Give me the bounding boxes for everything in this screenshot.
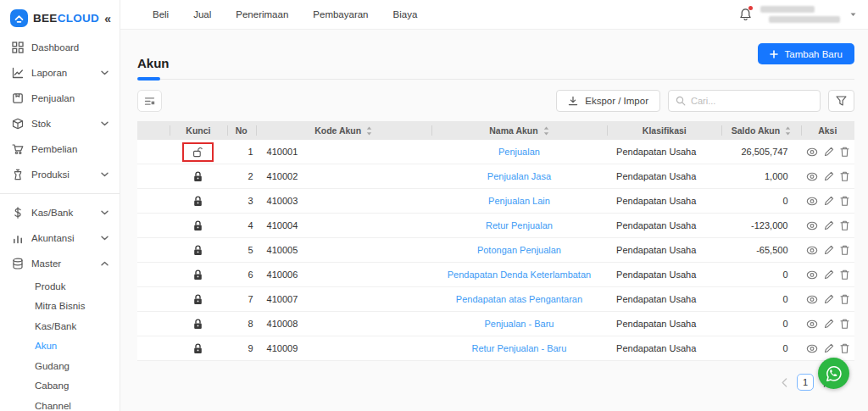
table-row: 9 410009 Retur Penjualan - Baru Pendapat…	[137, 336, 854, 361]
edit-icon[interactable]	[824, 147, 834, 157]
view-icon[interactable]	[806, 147, 818, 157]
pagination: 1	[137, 374, 854, 391]
view-icon[interactable]	[806, 295, 818, 304]
user-account-menu[interactable]	[760, 6, 840, 23]
sidebar-subitem-cabang[interactable]: Cabang	[0, 376, 120, 397]
view-icon[interactable]	[806, 172, 818, 181]
sidebar-item-penjualan[interactable]: Penjualan	[0, 86, 120, 111]
sidebar-item-master[interactable]: Master	[0, 251, 120, 276]
notification-bell-icon[interactable]	[739, 8, 752, 21]
sidebar-item-produksi[interactable]: Produksi	[0, 162, 120, 187]
delete-icon[interactable]	[840, 196, 849, 206]
account-name-link[interactable]: Pendapatan Denda Keterlambatan	[448, 269, 591, 280]
header-kode-akun[interactable]: Kode Akun	[256, 121, 431, 140]
delete-icon[interactable]	[840, 171, 849, 181]
account-name-link[interactable]: Retur Penjualan - Baru	[472, 343, 567, 353]
sidebar-item-akuntansi[interactable]: Akuntansi	[0, 225, 120, 251]
edit-icon[interactable]	[824, 196, 834, 206]
sidebar-item-dashboard[interactable]: Dashboard	[0, 35, 120, 60]
lock-closed-icon[interactable]	[188, 242, 208, 258]
edit-icon[interactable]	[824, 220, 834, 230]
header-kunci: Kunci	[170, 121, 227, 140]
delete-icon[interactable]	[840, 343, 849, 353]
add-new-button[interactable]: Tambah Baru	[758, 43, 854, 64]
delete-icon[interactable]	[840, 294, 849, 304]
sidebar-item-laporan[interactable]: Laporan	[0, 60, 120, 86]
account-name-link[interactable]: Potongan Penjualan	[477, 245, 561, 255]
row-number: 8	[227, 312, 256, 336]
chevron-down-icon	[101, 121, 108, 126]
account-name-link[interactable]: Penjualan	[498, 147, 540, 157]
lock-closed-icon[interactable]	[188, 267, 208, 283]
sidebar-item-stok[interactable]: Stok	[0, 111, 120, 136]
sidebar-subitem-produk[interactable]: Produk	[0, 276, 120, 297]
edit-icon[interactable]	[824, 294, 834, 304]
lock-closed-icon[interactable]	[188, 169, 208, 185]
export-import-button[interactable]: Ekspor / Impor	[556, 90, 660, 112]
delete-icon[interactable]	[840, 319, 849, 329]
plus-icon	[770, 50, 778, 58]
user-company-redacted	[769, 16, 840, 23]
account-name-link[interactable]: Penjualan Lain	[488, 196, 550, 206]
sidebar-subitem-akun[interactable]: Akun	[0, 336, 120, 357]
sidebar-subitem-channel[interactable]: Channel	[0, 396, 120, 411]
row-number: 3	[227, 189, 256, 213]
edit-icon[interactable]	[824, 245, 834, 255]
pagination-page-1[interactable]: 1	[797, 374, 814, 391]
view-icon[interactable]	[806, 319, 818, 329]
topnav-item-beli[interactable]: Beli	[153, 9, 169, 19]
sort-icon[interactable]	[543, 126, 549, 136]
header-nama-akun[interactable]: Nama Akun	[431, 121, 607, 140]
lock-open-icon[interactable]	[182, 142, 214, 162]
topnav-item-pembayaran[interactable]: Pembayaran	[313, 9, 368, 19]
delete-icon[interactable]	[840, 220, 849, 230]
dashboard-grid-icon	[11, 42, 24, 53]
view-icon[interactable]	[806, 197, 818, 206]
chevron-down-icon	[101, 172, 108, 177]
lock-closed-icon[interactable]	[188, 341, 208, 357]
sidebar-collapse-icon[interactable]: «	[104, 12, 111, 25]
edit-icon[interactable]	[824, 269, 834, 280]
view-icon[interactable]	[806, 344, 818, 353]
view-icon[interactable]	[806, 246, 818, 255]
whatsapp-button[interactable]	[818, 358, 849, 389]
account-code: 410009	[256, 336, 431, 360]
edit-icon[interactable]	[824, 171, 834, 181]
search-icon	[676, 96, 686, 106]
account-classification: Pendapatan Usaha	[607, 164, 721, 188]
user-caret-down-icon[interactable]	[850, 13, 856, 17]
account-name-link[interactable]: Retur Penjualan	[486, 220, 553, 230]
sidebar-subitem-gudang[interactable]: Gudang	[0, 356, 120, 376]
sort-icon[interactable]	[366, 126, 372, 136]
account-name-link[interactable]: Penjualan Jasa	[487, 171, 551, 181]
sort-icon[interactable]	[785, 126, 791, 136]
account-classification: Pendapatan Usaha	[607, 287, 721, 311]
delete-icon[interactable]	[840, 245, 849, 255]
header-saldo-akun[interactable]: Saldo Akun	[721, 121, 800, 140]
lock-closed-icon[interactable]	[188, 316, 208, 332]
topnav-item-jual[interactable]: Jual	[193, 9, 211, 19]
lock-closed-icon[interactable]	[188, 193, 208, 209]
topnav-item-biaya[interactable]: Biaya	[393, 9, 418, 19]
pagination-prev-icon[interactable]	[782, 378, 787, 387]
topnav-item-penerimaan[interactable]: Penerimaan	[236, 9, 288, 19]
account-name-link[interactable]: Pendapatan atas Pengantaran	[456, 294, 582, 304]
filter-button[interactable]	[828, 90, 854, 112]
view-icon[interactable]	[806, 221, 818, 230]
lock-closed-icon[interactable]	[188, 292, 208, 308]
sidebar-item-kas-bank[interactable]: Kas/Bank	[0, 200, 120, 225]
edit-icon[interactable]	[824, 343, 834, 353]
delete-icon[interactable]	[840, 269, 849, 280]
sidebar-subitem-kas-bank[interactable]: Kas/Bank	[0, 316, 120, 336]
lock-closed-icon[interactable]	[188, 218, 208, 234]
logo: BEECLOUD «	[0, 0, 120, 35]
edit-icon[interactable]	[824, 319, 834, 329]
account-name-link[interactable]: Penjualan - Baru	[484, 319, 554, 329]
search-input[interactable]	[691, 96, 813, 106]
delete-icon[interactable]	[840, 147, 849, 157]
sidebar-subitem-mitra-bisnis[interactable]: Mitra Bisnis	[0, 297, 120, 317]
chevron-down-icon	[101, 70, 108, 75]
view-icon[interactable]	[806, 270, 818, 280]
column-settings-button[interactable]	[137, 90, 162, 112]
sidebar-item-pembelian[interactable]: Pembelian	[0, 136, 120, 162]
